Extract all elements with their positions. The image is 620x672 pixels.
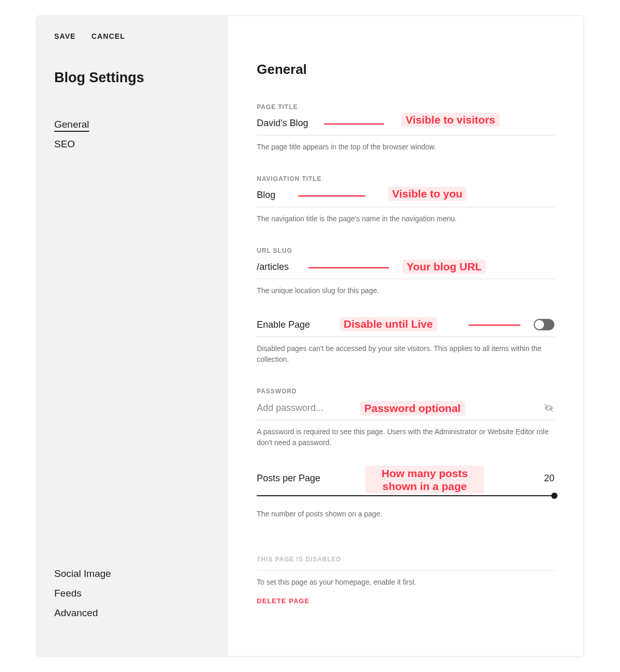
posts-per-page-help: The number of posts shown on a page.: [257, 509, 554, 520]
section-posts-per-page: Posts per Page 20 The number of posts sh…: [257, 471, 554, 520]
section-disabled: THIS PAGE IS DISABLED To set this page a…: [257, 556, 554, 605]
main-panel: General PAGE TITLE The page title appear…: [228, 16, 583, 656]
enable-page-label: Enable Page: [257, 319, 310, 330]
nav-title-label: NAVIGATION TITLE: [257, 175, 554, 182]
disabled-help: To set this page as your homepage, enabl…: [257, 577, 554, 588]
url-slug-input[interactable]: [257, 262, 554, 272]
section-password: PASSWORD A password is required to see t…: [257, 388, 554, 448]
nav-item-seo[interactable]: SEO: [54, 134, 210, 154]
password-help: A password is required to see this page.…: [257, 426, 554, 448]
delete-page-button[interactable]: DELETE PAGE: [257, 597, 309, 605]
password-input[interactable]: [257, 403, 543, 414]
section-nav-title: NAVIGATION TITLE The navigation title is…: [257, 175, 554, 224]
password-label: PASSWORD: [257, 388, 554, 395]
posts-per-page-slider[interactable]: [257, 495, 554, 496]
toggle-knob: [535, 320, 544, 329]
nav-item-feeds[interactable]: Feeds: [54, 584, 210, 603]
url-slug-help: The unique location slug for this page.: [257, 285, 554, 296]
nav-item-general[interactable]: General: [54, 115, 210, 134]
sidebar: SAVE CANCEL Blog Settings General SEO So…: [37, 16, 228, 656]
disabled-label: THIS PAGE IS DISABLED: [257, 556, 554, 571]
action-row: SAVE CANCEL: [54, 32, 210, 41]
nav-group-1: General SEO: [54, 115, 210, 154]
cancel-button[interactable]: CANCEL: [91, 32, 125, 40]
enable-page-toggle[interactable]: [534, 319, 554, 330]
posts-per-page-value: 20: [544, 473, 554, 484]
save-button[interactable]: SAVE: [54, 32, 76, 40]
slider-thumb[interactable]: [551, 493, 557, 499]
nav-item-social-image[interactable]: Social Image: [54, 564, 210, 584]
page-title-input[interactable]: [257, 118, 554, 129]
nav-item-advanced[interactable]: Advanced: [54, 603, 210, 623]
section-enable-page: Enable Page Disabled pages can't be acce…: [257, 319, 554, 365]
enable-page-help: Disabled pages can't be accessed by your…: [257, 343, 554, 365]
posts-per-page-label: Posts per Page: [257, 473, 320, 484]
section-page-title: PAGE TITLE The page title appears in the…: [257, 103, 554, 152]
page-title-help: The page title appears in the top of the…: [257, 142, 554, 152]
page-title-label: PAGE TITLE: [257, 103, 554, 111]
sidebar-title: Blog Settings: [54, 70, 210, 86]
settings-window: SAVE CANCEL Blog Settings General SEO So…: [36, 16, 584, 656]
visibility-off-icon[interactable]: [543, 402, 554, 414]
url-slug-label: URL SLUG: [257, 247, 554, 254]
nav-title-help: The navigation title is the page's name …: [257, 213, 554, 224]
nav-title-input[interactable]: [257, 190, 554, 201]
main-heading: General: [257, 62, 554, 78]
section-url-slug: URL SLUG The unique location slug for th…: [257, 247, 554, 296]
nav-group-2: Social Image Feeds Advanced: [54, 564, 210, 623]
